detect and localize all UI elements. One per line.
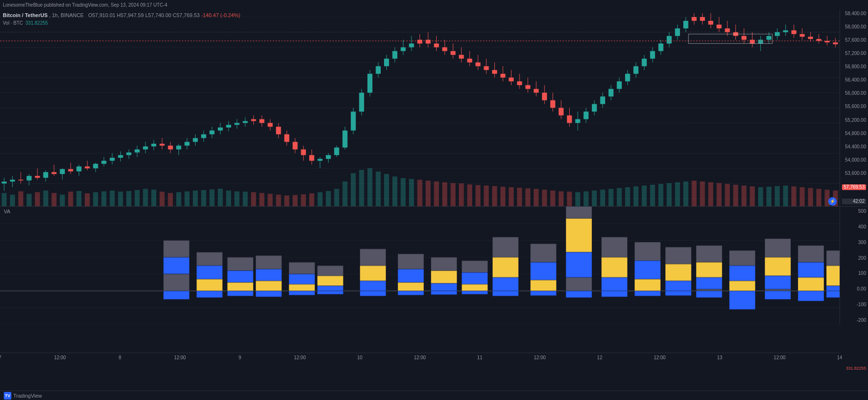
open-val: O57,910.01 xyxy=(88,12,117,18)
price-label-4: 56,800.00 xyxy=(842,64,866,69)
price-chart[interactable]: Bitcoin / TetherUS , 1h, BINANCE O57,910… xyxy=(0,9,840,206)
price-label-7: 55,600.00 xyxy=(842,104,866,109)
price-y-axis: 58,400.0058,000.0057,600.0057,200.0056,8… xyxy=(840,9,868,206)
high-val: H57,947.59 xyxy=(117,12,145,18)
time-label-11: 12:00 xyxy=(654,355,666,360)
time-label-12: 13 xyxy=(717,355,722,360)
va-label-0: 500 xyxy=(842,209,866,214)
price-label-12: 53,600.00 xyxy=(842,171,866,176)
candle-canvas[interactable] xyxy=(0,9,840,206)
tv-icon: TV xyxy=(4,392,11,400)
time-label-13: 12:00 xyxy=(774,355,786,360)
vol-line: Vol · BTC 331.82255 xyxy=(3,19,240,27)
price-label-11: 54,000.00 xyxy=(842,158,866,163)
ticker-line: Bitcoin / TetherUS , 1h, BINANCE O57,910… xyxy=(3,11,240,19)
price-label-0: 58,400.00 xyxy=(842,11,866,16)
vol-bottom-label: 331.82255 xyxy=(840,365,868,372)
time-label-7: 12:00 xyxy=(414,355,426,360)
va-label-7: -200 xyxy=(842,318,866,323)
va-canvas[interactable] xyxy=(0,207,840,325)
price-label-1: 58,000.00 xyxy=(842,25,866,29)
footer: TV TradingView xyxy=(0,391,868,400)
published-by: LonesomeTheBlue published on TradingView… xyxy=(3,2,167,8)
annotation-price-label: 42:02 xyxy=(842,199,866,204)
va-y-axis: 5004003002001000.00-100-200 xyxy=(840,206,868,325)
low-val: L57,740.00 xyxy=(145,12,173,18)
va-label-2: 300 xyxy=(842,240,866,245)
price-label-2: 57,600.00 xyxy=(842,38,866,43)
tradingview-logo: TV TradingView xyxy=(4,392,42,400)
x-axis: 712:00812:00912:001012:001112:001212:001… xyxy=(0,353,840,362)
time-label-2: 8 xyxy=(119,355,122,360)
time-label-14: 14 xyxy=(837,355,842,360)
price-label-8: 55,200.00 xyxy=(842,118,866,123)
time-label-6: 10 xyxy=(357,355,362,360)
time-label-3: 12:00 xyxy=(174,355,186,360)
symbol: Bitcoin / TetherUS xyxy=(3,12,48,18)
price-label-5: 56,400.00 xyxy=(842,78,866,82)
time-label-1: 12:00 xyxy=(54,355,66,360)
va-label-3: 200 xyxy=(842,255,866,261)
va-label-6: -100 xyxy=(842,302,866,307)
chart-container: USDT Bitcoin / TetherUS , 1h, BINANCE O5… xyxy=(0,9,868,372)
price-label-10: 54,400.00 xyxy=(842,145,866,149)
va-label-4: 100 xyxy=(842,271,866,276)
header: LonesomeTheBlue published on TradingView… xyxy=(0,0,868,9)
time-label-8: 11 xyxy=(477,355,483,360)
time-label-5: 12:00 xyxy=(294,355,306,360)
price-label-6: 56,000.00 xyxy=(842,91,866,96)
price-label-9: 54,800.00 xyxy=(842,131,866,136)
time-label-9: 12:00 xyxy=(534,355,546,360)
va-label-5: 0.00 xyxy=(842,286,866,291)
time-label-4: 9 xyxy=(239,355,242,360)
time-label-10: 12 xyxy=(597,355,602,360)
va-chart[interactable]: VA INFO PANEL The number of analyzed can… xyxy=(0,206,840,325)
price-label-3: 57,200.00 xyxy=(842,51,866,56)
current-price-label: 57,769.53 xyxy=(842,184,866,190)
tv-text: TradingView xyxy=(13,393,42,399)
ticker-info: Bitcoin / TetherUS , 1h, BINANCE O57,910… xyxy=(3,11,240,27)
change: -140.47 (-0.24%) xyxy=(201,12,241,18)
time-label-0: 7 xyxy=(0,355,1,360)
interval-exchange: , 1h, BINANCE xyxy=(49,12,87,18)
va-label-1: 400 xyxy=(842,224,866,229)
close-val: C57,769.53 xyxy=(173,12,201,18)
